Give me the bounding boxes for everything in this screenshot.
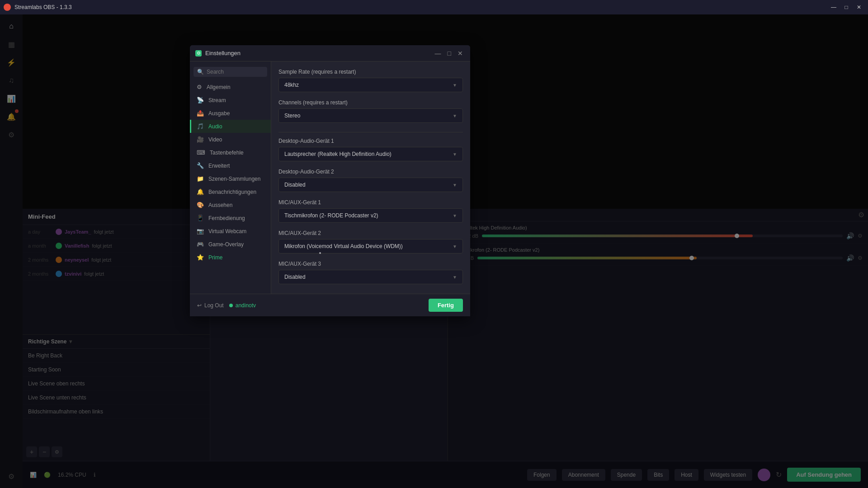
szenen-icon: 📁 [197,175,204,182]
allgemein-icon: ⚙ [197,84,202,90]
nav-label: Video [208,136,222,143]
webcam-icon: 📷 [197,228,204,235]
dialog-footer: ↩ Log Out andinotv Fertig [190,294,470,316]
nav-item-fernbedienung[interactable]: 📱 Fernbedienung [190,211,271,225]
mic-aux-3-dropdown[interactable]: Disabled ▼ [278,270,463,284]
aussehen-icon: 🎨 [197,202,204,208]
tastenbefehle-icon: ⌨ [197,149,205,156]
nav-item-allgemein[interactable]: ⚙ Allgemein [190,80,271,94]
mic-aux-1-dropdown[interactable]: Tischmikrofon (2- RODE Podcaster v2) ▼ [278,208,463,223]
user-badge: andinotv [229,302,256,309]
nav-item-game-overlay[interactable]: 🎮 Game-Overlay [190,238,271,251]
nav-label: Audio [208,123,222,130]
stream-icon: 📡 [197,97,204,103]
dropdown-arrow-icon-3: ▼ [453,152,457,157]
nav-item-stream[interactable]: 📡 Stream [190,94,271,107]
nav-item-erweitert[interactable]: 🔧 Erweitert [190,159,271,172]
title-bar-text: Streamlabs OBS - 1.3.3 [14,4,72,10]
desktop-audio-1-dropdown[interactable]: Lautsprecher (Realtek High Definition Au… [278,147,463,161]
username-label: andinotv [236,302,256,309]
nav-item-prime[interactable]: ⭐ Prime [190,251,271,264]
dropdown-arrow-icon: ▼ [453,83,457,88]
footer-left: ↩ Log Out andinotv [197,302,256,309]
logout-button[interactable]: ↩ Log Out [197,302,224,309]
fern-icon: 📱 [197,215,204,221]
prime-icon: ⭐ [197,254,204,261]
dialog-maximize-button[interactable]: □ [446,50,453,57]
mic-aux-3-group: MIC/AUX-Gerät 3 Disabled ▼ [278,261,463,284]
maximize-button[interactable]: □ [841,3,852,12]
nav-label: Prime [208,254,222,261]
dialog-minimize-button[interactable]: — [433,50,443,57]
window-controls: — □ ✕ [828,3,864,12]
mic-aux-2-dropdown[interactable]: Mikrofon (Voicemod Virtual Audio Device … [278,239,463,253]
sample-rate-value: 48khz [284,82,299,88]
channels-dropdown[interactable]: Stereo ▼ [278,108,463,123]
erweitert-icon: 🔧 [197,162,204,169]
title-bar-left: Streamlabs OBS - 1.3.3 [4,4,72,11]
audio-icon: 🎵 [197,123,204,130]
desktop-audio-1-label: Desktop-Audio-Gerät 1 [278,138,463,144]
dropdown-arrow-icon-5: ▼ [453,213,457,218]
desktop-audio-1-value: Lautsprecher (Realtek High Definition Au… [284,151,392,157]
mic-aux-1-group: MIC/AUX-Gerät 1 Tischmikrofon (2- RODE P… [278,199,463,223]
close-button[interactable]: ✕ [854,3,864,12]
game-icon: 🎮 [197,241,204,248]
search-box: 🔍 [193,67,267,77]
nav-label: Aussehen [208,202,232,208]
mic-aux-2-group: MIC/AUX-Gerät 2 Mikrofon (Voicemod Virtu… [278,230,463,253]
channels-group: Channels (requires a restart) Stereo ▼ [278,99,463,123]
mic-aux-1-value: Tischmikrofon (2- RODE Podcaster v2) [284,212,378,219]
mic-aux-2-label: MIC/AUX-Gerät 2 [278,230,463,236]
nav-item-virtual-webcam[interactable]: 📷 Virtual Webcam [190,225,271,238]
dropdown-arrow-icon-2: ▼ [453,113,457,118]
app-icon [4,4,11,11]
nav-item-video[interactable]: 🎥 Video [190,133,271,146]
dropdown-arrow-icon-6: ▼ [453,244,457,249]
minimize-button[interactable]: — [828,3,839,12]
nav-item-benachrichtigungen[interactable]: 🔔 Benachrichtigungen [190,185,271,198]
logout-icon: ↩ [197,302,202,309]
nav-label: Erweitert [208,163,230,169]
logout-label: Log Out [204,302,224,309]
dialog-body: 🔍 ⚙ Allgemein 📡 Stream 📤 Ausgabe 🎵 Audio… [190,61,470,294]
search-input[interactable] [207,69,264,75]
channels-label: Channels (requires a restart) [278,99,463,106]
nav-label: Stream [208,97,226,103]
nav-label: Szenen-Sammlungen [208,176,260,182]
nav-label: Tastenbefehle [210,150,244,156]
nav-item-szenen[interactable]: 📁 Szenen-Sammlungen [190,172,271,185]
desktop-audio-2-group: Desktop-Audio-Gerät 2 Disabled ▼ [278,169,463,192]
nav-label: Virtual Webcam [208,228,246,235]
dialog-close-button[interactable]: ✕ [456,50,465,57]
dialog-controls: — □ ✕ [433,50,465,57]
nav-label: Game-Overlay [208,241,244,248]
mic-aux-2-value: Mikrofon (Voicemod Virtual Audio Device … [284,243,403,249]
mic-aux-1-label: MIC/AUX-Gerät 1 [278,199,463,206]
settings-dialog: ⚙ Einstellungen — □ ✕ 🔍 ⚙ Allgemein 📡 St… [190,45,470,316]
settings-nav: 🔍 ⚙ Allgemein 📡 Stream 📤 Ausgabe 🎵 Audio… [190,61,271,294]
title-bar: Streamlabs OBS - 1.3.3 — □ ✕ [0,0,868,14]
dropdown-arrow-icon-7: ▼ [453,275,457,280]
nav-label: Ausgabe [208,110,230,117]
nav-label: Benachrichtigungen [208,189,256,195]
done-button[interactable]: Fertig [429,299,463,312]
user-dot-icon [229,304,233,307]
dialog-titlebar: ⚙ Einstellungen — □ ✕ [190,45,470,61]
nav-label: Fernbedienung [208,215,245,221]
nav-item-audio[interactable]: 🎵 Audio [190,120,271,133]
sample-rate-dropdown[interactable]: 48khz ▼ [278,78,463,92]
nav-item-aussehen[interactable]: 🎨 Aussehen [190,198,271,211]
dialog-app-icon: ⚙ [195,50,202,56]
dialog-title: Einstellungen [205,50,429,56]
mic-aux-3-label: MIC/AUX-Gerät 3 [278,261,463,267]
sample-rate-label: Sample Rate (requires a restart) [278,69,463,75]
nav-item-tastenbefehle[interactable]: ⌨ Tastenbefehle [190,146,271,159]
dropdown-arrow-icon-4: ▼ [453,183,457,188]
benach-icon: 🔔 [197,188,204,195]
desktop-audio-2-dropdown[interactable]: Disabled ▼ [278,178,463,192]
nav-item-ausgabe[interactable]: 📤 Ausgabe [190,107,271,120]
sample-rate-group: Sample Rate (requires a restart) 48khz ▼ [278,69,463,92]
video-icon: 🎥 [197,136,204,143]
search-icon: 🔍 [197,69,204,75]
